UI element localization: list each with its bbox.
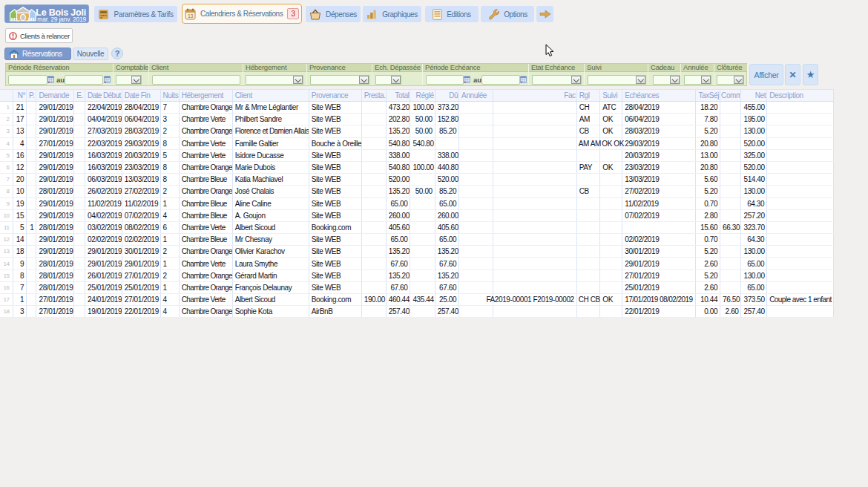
svg-text:13: 13	[188, 13, 193, 18]
